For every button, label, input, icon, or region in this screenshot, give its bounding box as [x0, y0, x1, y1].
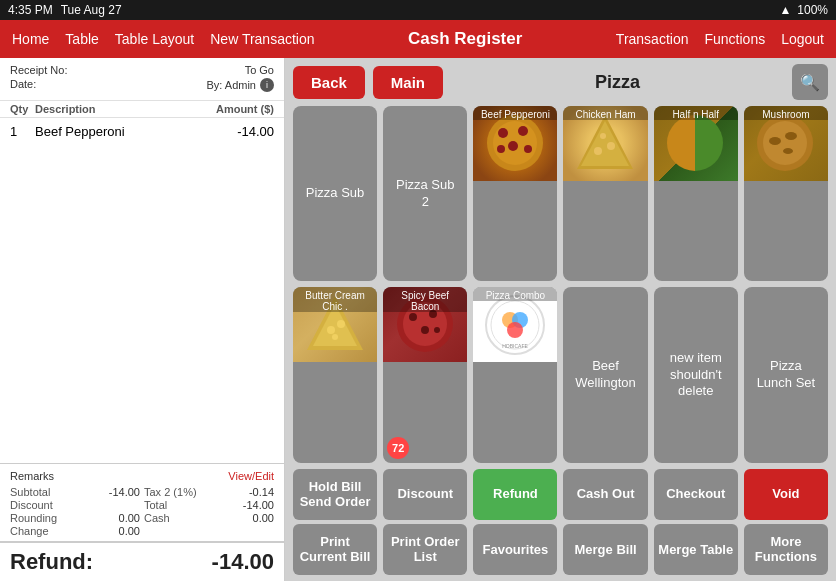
refund-label: Refund:: [10, 549, 93, 575]
top-nav: Home Table Table Layout New Transaction …: [0, 20, 836, 58]
discount-button[interactable]: Discount: [383, 469, 467, 520]
search-button[interactable]: 🔍: [792, 64, 828, 100]
total-value: -14.00: [229, 499, 274, 511]
svg-point-19: [785, 132, 797, 140]
item-desc: Beef Pepperoni: [35, 124, 204, 139]
table-row: 1 Beef Pepperoni -14.00: [10, 122, 274, 141]
tax2-label: Tax 2 (1%): [144, 486, 225, 498]
svg-point-20: [783, 148, 793, 154]
item-amount: -14.00: [204, 124, 274, 139]
nav-home[interactable]: Home: [12, 31, 49, 47]
back-button[interactable]: Back: [293, 66, 365, 99]
menu-grid: Pizza Sub Pizza Sub 2: [285, 106, 836, 469]
rounding-label: Rounding: [10, 512, 91, 524]
svg-point-6: [497, 145, 505, 153]
nav-table[interactable]: Table: [65, 31, 98, 47]
menu-item-label: new item shouldn't delete: [662, 350, 730, 401]
empty-label: [144, 525, 225, 537]
nav-table-layout[interactable]: Table Layout: [115, 31, 194, 47]
svg-point-11: [600, 133, 606, 139]
nav-functions[interactable]: Functions: [704, 31, 765, 47]
battery-status: 100%: [797, 3, 828, 17]
info-icon[interactable]: i: [260, 78, 274, 92]
item-name-label: Mushroom: [744, 106, 828, 120]
hold-bill-button[interactable]: Hold Bill Send Order: [293, 469, 377, 520]
rounding-value: 0.00: [95, 512, 140, 524]
empty-value: [229, 525, 274, 537]
receipt-footer: Remarks View/Edit Subtotal -14.00 Tax 2 …: [0, 463, 284, 541]
status-bar: 4:35 PM Tue Aug 27 ▲ 100%: [0, 0, 836, 20]
receipt-items: 1 Beef Pepperoni -14.00: [0, 118, 284, 463]
more-functions-button[interactable]: More Functions: [744, 524, 828, 575]
cash-out-button[interactable]: Cash Out: [563, 469, 647, 520]
main-layout: Receipt No: To Go Date: By: Admin i Qty …: [0, 58, 836, 581]
col-desc: Description: [35, 103, 204, 115]
menu-item-label: Pizza Sub 2: [391, 177, 459, 211]
change-label: Change: [10, 525, 91, 537]
menu-item-new-item[interactable]: new item shouldn't delete: [654, 287, 738, 462]
cash-value: 0.00: [229, 512, 274, 524]
checkout-button[interactable]: Checkout: [654, 469, 738, 520]
refund-amount: -14.00: [212, 549, 274, 575]
col-amount: Amount ($): [204, 103, 274, 115]
by-admin-label: By: Admin i: [206, 78, 274, 92]
pizza-svg: [753, 111, 818, 176]
nav-logout[interactable]: Logout: [781, 31, 824, 47]
nav-title: Cash Register: [408, 29, 522, 48]
cash-label: Cash: [144, 512, 225, 524]
remarks-label: Remarks: [10, 470, 54, 482]
menu-item-pizza-lunch[interactable]: Pizza Lunch Set: [744, 287, 828, 462]
refund-bar: Refund: -14.00: [0, 541, 284, 581]
status-date: Tue Aug 27: [61, 3, 122, 17]
menu-panel: Back Main Pizza 🔍 Pizza Sub Pizza Sub 2: [285, 58, 836, 581]
svg-marker-8: [581, 121, 629, 166]
date-label: Date:: [10, 78, 36, 92]
merge-bill-button[interactable]: Merge Bill: [563, 524, 647, 575]
svg-point-2: [498, 128, 508, 138]
menu-item-beef-wellington[interactable]: Beef Wellington: [563, 287, 647, 462]
svg-point-9: [594, 147, 602, 155]
nav-new-transaction[interactable]: New Transaction: [210, 31, 314, 47]
pizza-svg: [483, 111, 548, 176]
discount-label: Discount: [10, 499, 91, 511]
svg-point-31: [434, 327, 440, 333]
item-name-label: Beef Pepperoni: [473, 106, 557, 120]
nav-left: Home Table Table Layout New Transaction: [12, 31, 315, 47]
subtotal-value: -14.00: [95, 486, 140, 498]
refund-button[interactable]: Refund: [473, 469, 557, 520]
menu-item-mushroom[interactable]: Mushroom: [744, 106, 828, 281]
print-bill-button[interactable]: Print Current Bill: [293, 524, 377, 575]
nav-right: Transaction Functions Logout: [616, 31, 824, 47]
view-edit-button[interactable]: View/Edit: [228, 470, 274, 482]
main-button[interactable]: Main: [373, 66, 443, 99]
menu-item-pizza-sub-2[interactable]: Pizza Sub 2: [383, 106, 467, 281]
print-order-button[interactable]: Print Order List: [383, 524, 467, 575]
menu-item-pizza-combo[interactable]: HOBICAFE Pizza Combo: [473, 287, 557, 462]
void-button[interactable]: Void: [744, 469, 828, 520]
to-go-label: To Go: [245, 64, 274, 76]
search-icon: 🔍: [800, 73, 820, 92]
menu-item-butter-cream[interactable]: Butter Cream Chic .: [293, 287, 377, 462]
item-name-label: Half n Half: [654, 106, 738, 120]
subtotal-label: Subtotal: [10, 486, 91, 498]
item-name-label: Spicy Beef Bacon: [383, 287, 467, 312]
item-name-label: Pizza Combo: [473, 287, 557, 301]
svg-point-18: [769, 137, 781, 145]
menu-item-chicken-ham[interactable]: Chicken Ham: [563, 106, 647, 281]
menu-item-label: Pizza Sub: [306, 185, 365, 202]
menu-item-beef-pepperoni[interactable]: Beef Pepperoni: [473, 106, 557, 281]
favourites-button[interactable]: Favourites: [473, 524, 557, 575]
menu-item-pizza-sub[interactable]: Pizza Sub: [293, 106, 377, 281]
menu-item-half-n-half[interactable]: Half n Half: [654, 106, 738, 281]
menu-item-spicy-beef[interactable]: Spicy Beef Bacon 72: [383, 287, 467, 462]
wifi-icon: ▲: [779, 3, 791, 17]
menu-header: Back Main Pizza 🔍: [285, 58, 836, 106]
tax2-value: -0.14: [229, 486, 274, 498]
svg-point-30: [421, 326, 429, 334]
svg-point-10: [607, 142, 615, 150]
nav-transaction[interactable]: Transaction: [616, 31, 689, 47]
discount-value: [95, 499, 140, 511]
item-name-label: Chicken Ham: [563, 106, 647, 120]
svg-point-23: [327, 326, 335, 334]
merge-table-button[interactable]: Merge Table: [654, 524, 738, 575]
